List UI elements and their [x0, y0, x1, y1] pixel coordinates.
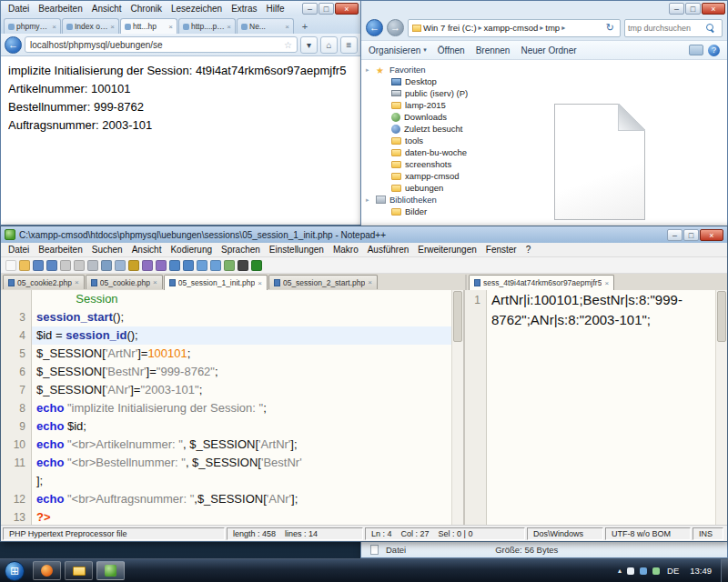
zoom-in-icon[interactable] [197, 260, 207, 271]
breadcrumb-label[interactable]: tmp [545, 23, 560, 33]
replace-icon[interactable] [183, 260, 194, 271]
browser-tab[interactable]: htt...hp × [120, 18, 177, 34]
taskbar-explorer-button[interactable] [65, 561, 93, 580]
breadcrumb-item[interactable]: tmp ▸ [545, 23, 565, 33]
menu-item[interactable]: Sprachen [217, 245, 265, 255]
new-tab-button[interactable]: + [297, 20, 313, 34]
close-all-icon[interactable] [74, 260, 85, 271]
sidebar-item[interactable]: xampp-cmsod [361, 170, 472, 182]
expander-icon[interactable] [366, 66, 372, 74]
history-dropdown-icon[interactable]: ▾ [300, 36, 318, 54]
taskbar-firefox-button[interactable] [33, 561, 61, 580]
back-icon[interactable]: ← [5, 36, 22, 54]
menu-item[interactable]: Datei [4, 245, 34, 255]
close-icon[interactable]: × [335, 3, 359, 15]
tab-close-icon[interactable]: × [368, 278, 372, 286]
save-all-icon[interactable] [46, 260, 57, 271]
maximize-icon[interactable]: □ [318, 3, 334, 15]
browser-tab[interactable]: http....php × [178, 18, 236, 34]
editor-tab[interactable]: 05_cookie2.php × [3, 275, 85, 289]
menu-item[interactable]: Einstellungen [265, 245, 329, 255]
minimize-icon[interactable]: – [302, 3, 318, 15]
tab-close-icon[interactable]: × [285, 23, 289, 31]
menu-item[interactable]: Datei [4, 4, 34, 14]
code-line[interactable]: 7$_SESSION['ANr']="2003-101"; [1, 381, 451, 399]
scrollbar[interactable] [715, 290, 727, 525]
code-area[interactable]: 1ArtNr|i:100101;BestNr|s:8:"999-8762";AN… [465, 290, 715, 525]
code-line[interactable]: Session [1, 290, 451, 308]
menu-item[interactable]: Makro [329, 245, 363, 255]
close-icon[interactable]: × [702, 3, 725, 15]
open-button[interactable]: Öffnen [438, 45, 465, 55]
menu-item[interactable]: Hilfe [262, 4, 289, 14]
help-icon[interactable]: ? [708, 45, 720, 56]
session-file-icon[interactable] [554, 104, 645, 220]
sidebar-item[interactable]: Desktop [361, 75, 472, 87]
menu-item[interactable]: Erweiterungen [413, 245, 480, 255]
menu-item[interactable]: Bearbeiten [34, 245, 86, 255]
menu-item[interactable]: Kodierung [166, 245, 217, 255]
tab-close-icon[interactable]: × [604, 279, 609, 287]
breadcrumb-item[interactable]: Win 7 frei (C:) ▸ [423, 23, 482, 33]
bookmark-star-icon[interactable]: ☆ [284, 40, 292, 50]
browser-tab[interactable]: phpmysq... × [4, 18, 61, 34]
expander-icon[interactable] [366, 196, 372, 204]
sidebar-item[interactable]: Favoriten [361, 64, 472, 75]
editor-tab[interactable]: 05_session_2_start.php × [268, 275, 378, 289]
sidebar-item[interactable]: public (iserv) (P) [361, 87, 472, 99]
change-view-icon[interactable] [689, 45, 703, 55]
print-icon[interactable] [87, 260, 98, 271]
tab-close-icon[interactable]: × [75, 278, 79, 286]
code-line[interactable]: 12echo "<br>Auftragsnummer: ",$_SESSION[… [1, 490, 451, 508]
refresh-icon[interactable]: ↻ [604, 22, 616, 34]
sidebar-item[interactable]: lamp-2015 [361, 99, 472, 111]
breadcrumb-label[interactable]: Win 7 frei (C:) [423, 23, 477, 33]
clock[interactable]: 13:49 [686, 566, 715, 576]
sidebar-item[interactable]: daten-bu-woche [361, 146, 472, 158]
tab-close-icon[interactable]: × [110, 23, 115, 31]
organize-button[interactable]: Organisieren ▾ [369, 45, 427, 55]
editor-tab[interactable]: 05_cookie.php × [86, 275, 163, 289]
save-icon[interactable] [33, 260, 44, 271]
menu-item[interactable]: Suchen [87, 245, 127, 255]
tab-close-icon[interactable]: × [153, 278, 157, 286]
sidebar-item[interactable]: Downloads [361, 111, 472, 123]
tray-icon[interactable] [640, 567, 647, 575]
forward-icon[interactable]: → [387, 19, 404, 36]
editor-tab[interactable]: sess_4t9i4at74rkm6sor97aepmjfr5 × [469, 275, 614, 290]
code-line[interactable]: 1ArtNr|i:100101;BestNr|s:8:"999-8762";AN… [465, 290, 715, 330]
code-line[interactable]: 6$_SESSION['BestNr']="999-8762"; [1, 363, 451, 381]
search-input[interactable] [628, 24, 706, 33]
breadcrumb-label[interactable]: xampp-cmsod [484, 23, 539, 33]
tray-icon[interactable] [652, 567, 660, 575]
language-indicator[interactable]: DE [665, 566, 681, 576]
browser-tab[interactable]: Index of /... × [62, 18, 119, 34]
menu-item[interactable]: Lesezeichen [167, 4, 227, 14]
tab-close-icon[interactable]: × [258, 279, 262, 287]
breadcrumb[interactable]: Win 7 frei (C:) ▸ xampp-cmsod ▸ tmp ▸ [408, 19, 621, 37]
code-line[interactable]: 8echo "implizite Initialisierung der Ses… [1, 399, 451, 417]
burn-button[interactable]: Brennen [476, 45, 511, 55]
menu-item[interactable]: Ansicht [87, 4, 126, 14]
sidebar-item[interactable]: Zuletzt besucht [361, 123, 472, 135]
search-box[interactable] [624, 19, 723, 37]
home-icon[interactable]: ⌂ [320, 36, 338, 54]
tray-expand-icon[interactable]: ▴ [618, 567, 622, 575]
tab-close-icon[interactable]: × [168, 23, 173, 31]
scrollbar-thumb[interactable] [717, 291, 726, 342]
start-button[interactable]: ⊞ [5, 561, 25, 581]
paste-icon[interactable] [128, 260, 139, 271]
tab-close-icon[interactable]: × [227, 23, 231, 31]
tab-close-icon[interactable]: × [52, 23, 56, 31]
minimize-icon[interactable]: – [667, 229, 682, 241]
url-bar[interactable]: ☆ [25, 36, 298, 53]
code-line[interactable]: 5$_SESSION['ArtNr']=100101; [1, 345, 451, 363]
menu-item[interactable]: Fenster [481, 245, 521, 255]
open-icon[interactable] [19, 260, 30, 271]
code-area[interactable]: Session3session_start();4$id = session_i… [1, 290, 451, 525]
show-desktop-button[interactable] [721, 559, 728, 582]
copy-icon[interactable] [115, 260, 126, 271]
menu-item[interactable]: Ausführen [363, 245, 414, 255]
new-folder-button[interactable]: Neuer Ordner [521, 45, 576, 55]
code-line[interactable]: ]; [1, 472, 451, 490]
